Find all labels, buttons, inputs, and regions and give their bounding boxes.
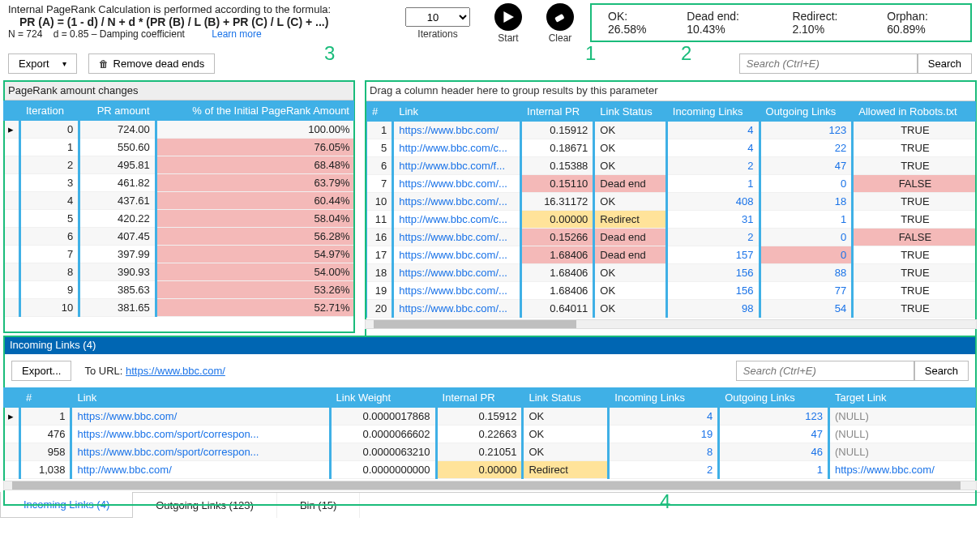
table-row[interactable]: 1 https://www.bbc.com/ 0.15912 OK 4 123 …	[366, 122, 977, 139]
export-bottom-button[interactable]: Export...	[11, 361, 71, 381]
links-table[interactable]: #LinkInternal PRLink StatusIncoming Link…	[365, 101, 977, 318]
stat-deadend: Dead end: 10.43%	[687, 10, 763, 36]
trash-icon	[99, 58, 109, 70]
incoming-links-header: Incoming Links (4)	[3, 336, 977, 354]
eraser-icon	[553, 10, 567, 24]
table-row[interactable]: ▸ 1 https://www.bbc.com/ 0.0000017868 0.…	[3, 408, 977, 426]
tab-incoming-links[interactable]: Incoming Links (4)	[0, 492, 133, 518]
search-button-top[interactable]: Search	[918, 53, 972, 74]
table-row[interactable]: 2 495.81 68.48%	[3, 156, 355, 174]
incoming-hscroll[interactable]	[3, 481, 977, 490]
table-row[interactable]: 4 437.61 60.44%	[3, 192, 355, 210]
table-row[interactable]: 476 https://www.bbc.com/sport/correspon.…	[3, 426, 977, 443]
pagerank-changes-title: PageRank amount changes	[3, 80, 355, 101]
table-row[interactable]: 1,038 http://www.bbc.com/ 0.0000000000 0…	[3, 461, 977, 479]
iterations-select[interactable]: 10	[405, 7, 470, 27]
table-row[interactable]: 6 http://www.bbc.com/f... 0.15388 OK 2 4…	[366, 157, 977, 175]
incoming-links-table[interactable]: #LinkLink WeightInternal PRLink StatusIn…	[3, 387, 977, 479]
group-hint[interactable]: Drag a column header here to group resul…	[365, 80, 977, 101]
table-row[interactable]: 20 https://www.bbc.com/... 0.64011 OK 98…	[366, 300, 977, 318]
table-row[interactable]: 10 https://www.bbc.com/... 16.31172 OK 4…	[366, 193, 977, 211]
formula-intro: Internal PageRank Calculation is perform…	[8, 3, 349, 15]
start-label: Start	[498, 32, 518, 44]
clear-label: Clear	[549, 32, 572, 44]
table-row[interactable]: 16 https://www.bbc.com/... 0.15266 Dead …	[366, 229, 977, 246]
table-row[interactable]: 19 https://www.bbc.com/... 1.68406 OK 15…	[366, 282, 977, 300]
iterations-label: Iterations	[417, 28, 457, 40]
formula-d: d = 0.85 – Damping coefficient	[53, 28, 185, 40]
table-row[interactable]: 7 397.99 54.97%	[3, 246, 355, 263]
remove-dead-ends-button[interactable]: Remove dead ends	[88, 53, 216, 74]
table-row[interactable]: 3 461.82 63.79%	[3, 174, 355, 192]
learn-more-link[interactable]: Learn more	[212, 28, 261, 40]
table-row[interactable]: 1 550.60 76.05%	[3, 139, 355, 156]
search-input-top[interactable]	[739, 53, 918, 74]
clear-button[interactable]	[546, 3, 574, 31]
stat-redirect: Redirect: 2.10%	[792, 10, 858, 36]
stats-panel: OK: 26.58% Dead end: 10.43% Redirect: 2.…	[590, 3, 972, 42]
export-button[interactable]: Export	[8, 53, 77, 74]
table-row[interactable]: 11 http://www.bbc.com/c... 0.00000 Redir…	[366, 211, 977, 229]
table-row[interactable]: ▸ 0 724.00 100.00%	[3, 121, 355, 139]
search-button-bottom[interactable]: Search	[914, 361, 969, 381]
table-row[interactable]: 9 385.63 53.26%	[3, 281, 355, 299]
table-row[interactable]: 5 420.22 58.04%	[3, 210, 355, 228]
svg-rect-1	[554, 14, 565, 23]
stat-orphan: Orphan: 60.89%	[887, 10, 954, 36]
table-row[interactable]: 958 https://www.bbc.com/sport/correspon.…	[3, 443, 977, 461]
play-icon	[503, 11, 514, 23]
table-row[interactable]: 7 https://www.bbc.com/... 0.15110 Dead e…	[366, 175, 977, 193]
table-row[interactable]: 5 http://www.bbc.com/c... 0.18671 OK 4 2…	[366, 139, 977, 157]
tab-bin[interactable]: Bin (15)	[277, 493, 361, 518]
search-input-bottom[interactable]	[736, 361, 914, 381]
tourl-label: To URL:	[84, 365, 122, 377]
tab-outgoing-links[interactable]: Outgoing Links (123)	[133, 493, 277, 518]
table-row[interactable]: 6 407.45 56.28%	[3, 228, 355, 246]
stat-ok: OK: 26.58%	[608, 10, 657, 36]
pagerank-changes-table[interactable]: IterationPR amount% of the Initial PageR…	[3, 101, 355, 317]
table-row[interactable]: 18 https://www.bbc.com/... 1.68406 OK 15…	[366, 264, 977, 282]
table-row[interactable]: 10 381.65 52.71%	[3, 299, 355, 317]
formula-n: N = 724	[8, 28, 42, 40]
table-row[interactable]: 17 https://www.bbc.com/... 1.68406 Dead …	[366, 246, 977, 264]
formula-expression: PR (A) = (1 - d) / N + d * (PR (B) / L (…	[8, 15, 349, 28]
table-row[interactable]: 8 390.93 54.00%	[3, 263, 355, 281]
tourl-link[interactable]: https://www.bbc.com/	[126, 365, 225, 377]
start-button[interactable]	[494, 3, 522, 31]
links-hscroll[interactable]	[365, 319, 977, 329]
svg-marker-0	[503, 11, 514, 23]
